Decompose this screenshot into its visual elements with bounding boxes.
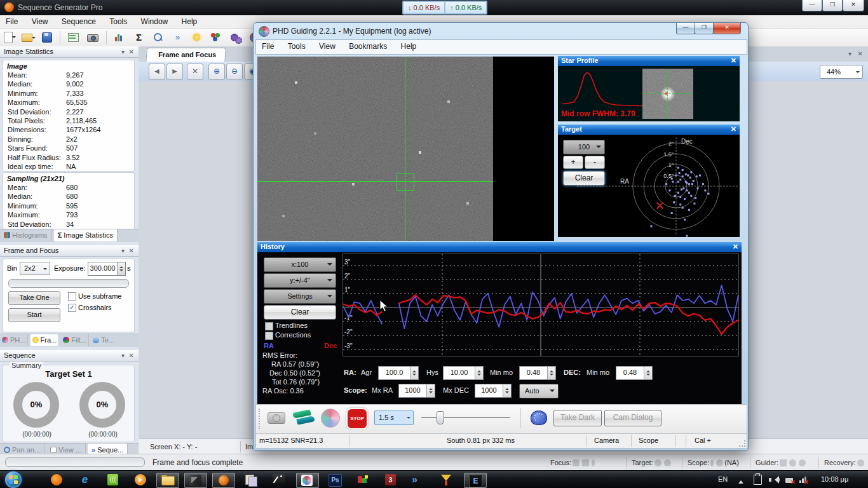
taskbar-explorer-icon[interactable]: [156, 473, 179, 488]
gamma-slider-thumb[interactable]: [437, 411, 444, 424]
max-dec-input[interactable]: 1000: [475, 384, 512, 398]
bin-select[interactable]: 2x2: [20, 262, 50, 275]
statistics-icon[interactable]: Σ: [133, 31, 146, 44]
start-button[interactable]: Start: [8, 308, 60, 322]
loop-exposures-icon[interactable]: [293, 410, 315, 425]
use-subframe-checkbox[interactable]: [68, 292, 76, 301]
phd-menu-bookmarks[interactable]: Bookmarks: [343, 40, 393, 53]
start-button[interactable]: [5, 471, 22, 488]
tab-filters[interactable]: Filt...: [61, 334, 89, 346]
gamma-slider-track[interactable]: [421, 417, 510, 418]
run-sequence-icon[interactable]: »: [172, 31, 184, 44]
taskbar-sgp-icon[interactable]: [212, 473, 235, 488]
zoom-in-button[interactable]: ⊕: [208, 64, 225, 80]
panel-close-icon[interactable]: ✕: [129, 48, 134, 55]
crosshairs-checkbox[interactable]: ✓: [68, 304, 76, 312]
phd-menu-file[interactable]: File: [256, 40, 280, 53]
taskbar-firefox-icon[interactable]: [46, 473, 67, 487]
max-ra-input[interactable]: 1000: [398, 384, 435, 398]
phd-maximize-button[interactable]: ❐: [695, 23, 714, 34]
tab-image-statistics[interactable]: Σ Image Statistics: [54, 229, 118, 241]
ra-minmo-input[interactable]: 0.48: [519, 366, 556, 380]
dec-minmo-input[interactable]: 0.48: [616, 366, 653, 380]
history-yscale-select[interactable]: y:+/-4'': [264, 273, 336, 288]
stop-icon[interactable]: STOP: [346, 408, 368, 430]
sequencer-icon[interactable]: [67, 31, 80, 44]
star-profile-titlebar[interactable]: Star Profile✕: [558, 56, 740, 66]
take-dark-button[interactable]: Take Dark: [553, 410, 602, 426]
camera-icon[interactable]: [86, 31, 99, 44]
image-close-button[interactable]: ✕: [187, 64, 203, 80]
taskbar-play-icon[interactable]: »: [408, 473, 430, 487]
sgp-menu-view[interactable]: View: [26, 15, 54, 28]
phd-titlebar[interactable]: PHD Guiding 2.2.1 - My Equipment (log ac…: [254, 23, 748, 39]
cam-dialog-button[interactable]: Cam Dialog: [604, 410, 661, 426]
filter-wheel-icon[interactable]: [210, 31, 222, 44]
phd-menu-tools[interactable]: Tools: [282, 40, 311, 53]
start-guiding-icon[interactable]: [321, 409, 340, 428]
sgp-minimize-button[interactable]: —: [802, 0, 822, 11]
dec-guide-mode-select[interactable]: Auto: [519, 384, 559, 398]
sgp-close-button[interactable]: ✕: [843, 0, 864, 11]
panel-close-icon[interactable]: ✕: [129, 247, 134, 254]
exposure-duration-select[interactable]: 1.5 s: [374, 410, 414, 425]
taskbar-ie-icon[interactable]: e: [74, 473, 95, 487]
nav-forward-button[interactable]: ►: [166, 64, 183, 80]
tab-frame-focus[interactable]: Fra...: [31, 334, 60, 346]
tray-device-icon[interactable]: [754, 475, 762, 485]
save-icon[interactable]: [41, 31, 53, 44]
ra-hysteresis-input[interactable]: 10.00: [443, 366, 484, 380]
zoom-out-button[interactable]: ⊖: [226, 64, 243, 80]
star-profile-close-icon[interactable]: ✕: [731, 57, 736, 65]
panel-close-icon[interactable]: ✕: [129, 352, 134, 359]
phd-menu-view[interactable]: View: [313, 40, 341, 53]
ra-aggression-input[interactable]: 100.0: [378, 366, 419, 380]
taskbar-funnel-icon[interactable]: [436, 473, 458, 487]
target-zoom-in-button[interactable]: +: [563, 156, 583, 169]
target-titlebar[interactable]: Target✕: [558, 125, 740, 135]
taskbar-media-icon[interactable]: (((: [102, 473, 123, 487]
panel-collapse-icon[interactable]: ▾: [121, 48, 125, 55]
target-zoom-out-button[interactable]: -: [585, 156, 605, 169]
taskbar-wmp-icon[interactable]: [130, 473, 151, 487]
taskbar-phd-icon[interactable]: [296, 473, 319, 488]
tab-histograms[interactable]: Histograms: [0, 229, 52, 241]
phd-menu-help[interactable]: Help: [395, 40, 423, 53]
target-zoom-select[interactable]: 100: [563, 140, 605, 154]
history-close-icon[interactable]: ✕: [733, 243, 738, 251]
settings-gears-icon[interactable]: [229, 31, 242, 44]
target-close-icon[interactable]: ✕: [731, 125, 736, 133]
new-sequence-icon[interactable]: [2, 31, 15, 44]
open-sequence-icon[interactable]: [21, 31, 34, 44]
taskbar-utility-icon[interactable]: [240, 473, 262, 487]
histogram-icon[interactable]: [113, 31, 126, 44]
phd-minimize-button[interactable]: —: [676, 23, 695, 34]
taskbar-wand-app-icon[interactable]: [268, 473, 290, 487]
tab-temperature[interactable]: Te...: [91, 334, 116, 346]
tray-expand-icon[interactable]: [738, 478, 743, 484]
sgp-menu-sequence[interactable]: Sequence: [56, 15, 102, 28]
taskbar-calendar-icon[interactable]: 3: [380, 473, 402, 487]
taskbar-image-app-icon[interactable]: [184, 473, 207, 488]
history-titlebar[interactable]: History✕: [257, 242, 742, 252]
clock[interactable]: 10:08 μμ: [821, 475, 848, 483]
camera-connect-icon[interactable]: [266, 410, 287, 425]
panel-collapse-icon[interactable]: ▾: [121, 247, 125, 254]
taskbar-editor-icon[interactable]: E: [464, 473, 487, 488]
taskbar-photoshop-icon[interactable]: Ps: [324, 473, 346, 487]
tab-phd[interactable]: PH...: [0, 334, 28, 346]
sgp-menu-window[interactable]: Window: [135, 15, 174, 28]
trendlines-checkbox[interactable]: [265, 322, 273, 330]
focus-icon[interactable]: [191, 31, 203, 44]
panel-collapse-icon[interactable]: ▾: [121, 352, 125, 359]
sgp-menu-file[interactable]: File: [0, 15, 24, 28]
zoom-level-select[interactable]: 44%: [820, 65, 863, 79]
zoom-icon[interactable]: [152, 31, 165, 44]
corrections-checkbox[interactable]: [265, 332, 273, 340]
exposure-input[interactable]: 300.000: [88, 262, 126, 276]
resize-grip[interactable]: [739, 440, 745, 447]
guide-camera-image[interactable]: [257, 57, 493, 241]
taskbar-small-app-icon[interactable]: [352, 473, 374, 487]
brain-settings-icon[interactable]: [529, 409, 548, 426]
dock-collapse-icon[interactable]: ▾: [848, 50, 851, 57]
